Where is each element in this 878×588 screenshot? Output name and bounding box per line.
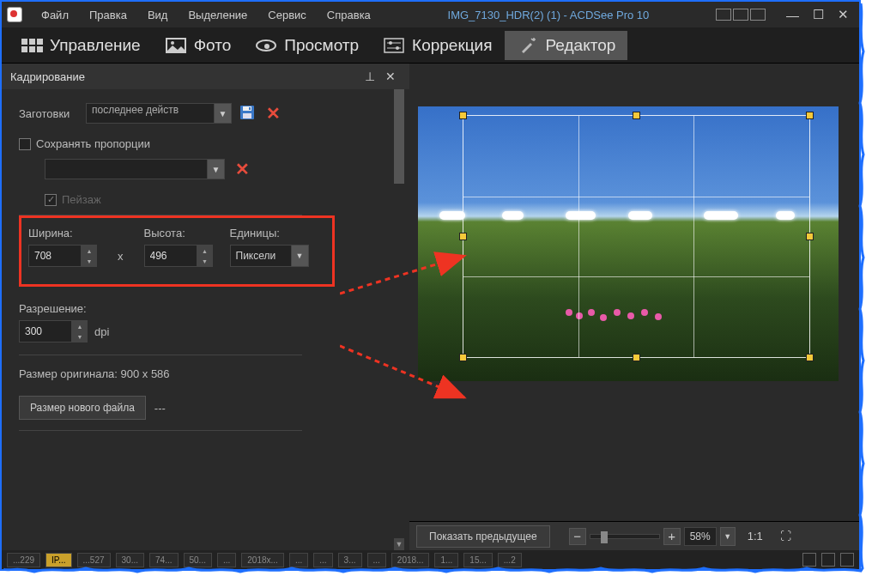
eye-icon bbox=[255, 38, 277, 53]
photo-icon bbox=[165, 38, 187, 53]
panel-close-icon[interactable]: ✕ bbox=[380, 70, 401, 83]
width-field[interactable] bbox=[28, 245, 82, 267]
minimize-button[interactable]: — bbox=[781, 8, 804, 22]
units-select[interactable]: Пиксели ▼ bbox=[230, 245, 309, 267]
maximize-button[interactable]: ☐ bbox=[808, 7, 829, 22]
status-icon[interactable] bbox=[802, 553, 816, 567]
status-tab[interactable]: 50... bbox=[184, 553, 212, 567]
crop-handle[interactable] bbox=[459, 233, 467, 240]
dropdown-arrow-icon[interactable]: ▼ bbox=[208, 159, 225, 179]
units-label: Единицы: bbox=[230, 227, 309, 239]
zoom-value: 58% bbox=[684, 527, 717, 546]
status-tab[interactable]: 2018... bbox=[391, 553, 430, 567]
zoom-out-button[interactable]: − bbox=[569, 528, 586, 545]
crop-handle[interactable] bbox=[459, 112, 467, 119]
fit-screen-icon[interactable]: ⛶ bbox=[775, 530, 796, 543]
status-tab[interactable]: ... bbox=[217, 553, 236, 567]
tab-manage[interactable]: Управление bbox=[9, 31, 153, 60]
mode-tabs: Управление Фото Просмотр Коррекция Редак… bbox=[2, 27, 859, 64]
crop-handle[interactable] bbox=[806, 112, 814, 119]
height-label: Высота: bbox=[144, 227, 213, 239]
status-tab[interactable]: IP... bbox=[45, 553, 72, 567]
landscape-label: Пейзаж bbox=[62, 193, 101, 206]
tab-label: Просмотр bbox=[284, 36, 359, 55]
scrollbar[interactable]: ▼ bbox=[392, 89, 406, 550]
app-window: Файл Правка Вид Выделение Сервис Справка… bbox=[0, 0, 861, 571]
svg-rect-9 bbox=[243, 113, 251, 118]
tab-view[interactable]: Просмотр bbox=[243, 31, 371, 60]
status-tab[interactable]: ... bbox=[367, 553, 386, 567]
status-tab[interactable]: ...527 bbox=[77, 553, 111, 567]
tab-label: Редактор bbox=[546, 36, 616, 55]
resolution-field[interactable] bbox=[19, 320, 72, 342]
panel-title: Кадрирование bbox=[10, 70, 85, 83]
image-canvas[interactable] bbox=[418, 106, 839, 381]
crop-frame[interactable] bbox=[463, 115, 810, 358]
landscape-checkbox: ✓ bbox=[45, 194, 57, 206]
close-button[interactable]: ✕ bbox=[833, 7, 854, 22]
panel-header: Кадрирование ⊥ ✕ bbox=[2, 64, 409, 89]
svg-point-6 bbox=[396, 46, 399, 50]
menu-file[interactable]: Файл bbox=[31, 9, 79, 21]
crop-handle[interactable] bbox=[459, 354, 467, 361]
menu-tools[interactable]: Сервис bbox=[257, 9, 317, 21]
status-tab[interactable]: 3... bbox=[338, 553, 362, 567]
width-label: Ширина: bbox=[28, 227, 97, 239]
dropdown-arrow-icon[interactable]: ▼ bbox=[215, 103, 232, 124]
status-icon[interactable] bbox=[821, 553, 835, 567]
delete-ratio-icon[interactable]: ✕ bbox=[232, 159, 253, 179]
status-tab[interactable]: 74... bbox=[149, 553, 178, 567]
crop-panel: Кадрирование ⊥ ✕ ▼ Заготовки последнее д… bbox=[2, 64, 409, 550]
width-spinner[interactable]: ▲▼ bbox=[82, 245, 97, 267]
zoom-slider[interactable] bbox=[590, 534, 660, 539]
crop-handle[interactable] bbox=[806, 354, 814, 361]
dropdown-arrow-icon[interactable]: ▼ bbox=[292, 245, 309, 267]
ratio-select[interactable] bbox=[45, 159, 208, 179]
wand-icon bbox=[517, 38, 539, 53]
crop-handle[interactable] bbox=[806, 233, 814, 240]
tab-label: Коррекция bbox=[412, 36, 492, 55]
keep-ratio-checkbox[interactable] bbox=[19, 138, 31, 150]
show-previous-button[interactable]: Показать предыдущее bbox=[416, 525, 550, 548]
new-file-size-button[interactable]: Размер нового файла bbox=[19, 396, 146, 420]
tab-develop[interactable]: Коррекция bbox=[371, 31, 504, 60]
title-bar: Файл Правка Вид Выделение Сервис Справка… bbox=[2, 2, 859, 27]
menu-view[interactable]: Вид bbox=[137, 9, 179, 21]
status-tab[interactable]: 30... bbox=[116, 553, 144, 567]
menu-help[interactable]: Справка bbox=[317, 9, 381, 21]
status-tab[interactable]: ... bbox=[313, 553, 332, 567]
scroll-down-icon[interactable]: ▼ bbox=[394, 538, 404, 550]
height-field[interactable] bbox=[144, 245, 197, 267]
status-tab[interactable]: ...229 bbox=[7, 553, 40, 567]
actual-size-button[interactable]: 1:1 bbox=[742, 530, 768, 543]
scroll-thumb[interactable] bbox=[394, 89, 404, 184]
tab-label: Управление bbox=[50, 36, 141, 55]
pin-icon[interactable]: ⊥ bbox=[360, 70, 380, 83]
status-tab[interactable]: ... bbox=[289, 553, 308, 567]
status-icon[interactable] bbox=[840, 553, 854, 567]
height-input[interactable]: ▲▼ bbox=[144, 245, 213, 267]
zoom-in-button[interactable]: + bbox=[663, 528, 681, 545]
zoom-menu-icon[interactable]: ▼ bbox=[720, 527, 736, 546]
resolution-spinner[interactable]: ▲▼ bbox=[72, 320, 88, 342]
tab-photo[interactable]: Фото bbox=[153, 31, 244, 60]
crop-handle[interactable] bbox=[633, 354, 640, 361]
layout-buttons[interactable] bbox=[716, 9, 766, 21]
status-tab[interactable]: 1... bbox=[434, 553, 458, 567]
preview-area: Показать предыдущее − + 58% ▼ 1:1 ⛶ bbox=[409, 64, 859, 550]
main-area: Кадрирование ⊥ ✕ ▼ Заготовки последнее д… bbox=[2, 64, 859, 550]
save-icon[interactable] bbox=[239, 104, 256, 124]
menu-edit[interactable]: Правка bbox=[79, 9, 137, 21]
status-tab[interactable]: 15... bbox=[463, 553, 492, 567]
height-spinner[interactable]: ▲▼ bbox=[197, 245, 213, 267]
status-tab[interactable]: 2018x... bbox=[241, 553, 284, 567]
width-input[interactable]: ▲▼ bbox=[28, 245, 97, 267]
menu-selection[interactable]: Выделение bbox=[178, 9, 257, 21]
crop-handle[interactable] bbox=[633, 112, 640, 119]
resolution-input[interactable]: ▲▼ bbox=[19, 320, 88, 342]
presets-select[interactable]: последнее действ bbox=[86, 103, 215, 124]
status-tab[interactable]: ...2 bbox=[498, 553, 522, 567]
tab-label: Фото bbox=[194, 36, 232, 55]
delete-preset-icon[interactable]: ✕ bbox=[263, 103, 284, 124]
tab-edit[interactable]: Редактор bbox=[505, 31, 628, 60]
